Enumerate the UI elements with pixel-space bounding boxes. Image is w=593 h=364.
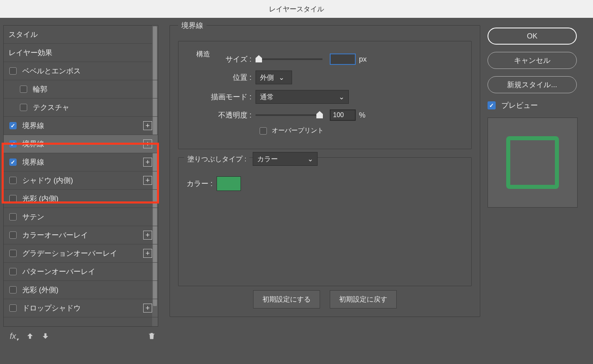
move-up-icon[interactable] xyxy=(26,332,34,342)
new-style-button[interactable]: 新規スタイル... xyxy=(488,76,577,93)
style-label: テクスチャ xyxy=(33,103,69,112)
move-down-icon[interactable] xyxy=(41,332,49,342)
style-checkbox[interactable] xyxy=(9,286,17,293)
add-instance-icon[interactable]: + xyxy=(143,139,152,148)
blend-mode-label: 描画モード : xyxy=(187,92,256,102)
reset-default-button[interactable]: 初期設定に戻す xyxy=(330,290,397,308)
style-item-5[interactable]: 境界線+ xyxy=(4,153,158,171)
style-checkbox[interactable] xyxy=(9,231,17,239)
preview-checkbox[interactable] xyxy=(488,101,496,109)
style-item-10[interactable]: グラデーションオーバーレイ+ xyxy=(4,244,158,263)
section-title: 境界線 xyxy=(178,21,206,30)
position-label: 位置 : xyxy=(187,73,256,82)
chevron-down-icon: ⌄ xyxy=(307,155,313,163)
opacity-label: 不透明度 : xyxy=(187,110,256,120)
style-label: 境界線 xyxy=(22,139,44,149)
add-instance-icon[interactable]: + xyxy=(143,231,152,240)
style-item-9[interactable]: カラーオーバーレイ+ xyxy=(4,226,158,244)
fill-type-dropdown[interactable]: カラー⌄ xyxy=(253,152,318,166)
structure-title: 構造 xyxy=(193,49,213,59)
opacity-slider[interactable] xyxy=(256,114,322,116)
style-label: サテン xyxy=(22,212,44,222)
fill-type-label: 塗りつぶしタイプ : xyxy=(184,154,249,164)
trash-icon[interactable] xyxy=(148,332,156,342)
make-default-button[interactable]: 初期設定にする xyxy=(253,290,320,308)
overprint-label: オーバープリント xyxy=(272,126,324,135)
style-item-12[interactable]: 光彩 (外側) xyxy=(4,281,158,299)
style-item-4[interactable]: 境界線+ xyxy=(4,135,158,153)
style-label: カラーオーバーレイ xyxy=(22,230,88,240)
preview-thumbnail xyxy=(488,118,578,208)
style-label: 境界線 xyxy=(22,121,44,131)
style-checkbox[interactable] xyxy=(9,213,17,221)
style-label: ドロップシャドウ xyxy=(22,303,81,313)
layer-effects-header[interactable]: レイヤー効果 xyxy=(4,44,158,62)
action-panel: OK キャンセル 新規スタイル... プレビュー xyxy=(488,25,593,364)
style-checkbox[interactable] xyxy=(9,67,17,75)
blend-mode-dropdown[interactable]: 通常⌄ xyxy=(256,90,349,104)
add-instance-icon[interactable]: + xyxy=(143,176,152,185)
overprint-checkbox[interactable] xyxy=(260,127,267,135)
style-item-11[interactable]: パターンオーバーレイ xyxy=(4,263,158,281)
style-label: ベベルとエンボス xyxy=(22,66,81,76)
style-checkbox[interactable] xyxy=(9,158,17,166)
add-instance-icon[interactable]: + xyxy=(143,249,152,258)
color-label: カラー : xyxy=(187,179,213,188)
chevron-down-icon: ⌄ xyxy=(279,73,284,82)
add-instance-icon[interactable]: + xyxy=(143,121,152,130)
size-unit: px xyxy=(359,55,367,64)
style-item-8[interactable]: サテン xyxy=(4,208,158,226)
style-checkbox[interactable] xyxy=(20,104,27,111)
style-label: 輪郭 xyxy=(33,84,47,94)
style-checkbox[interactable] xyxy=(20,86,27,93)
ok-button[interactable]: OK xyxy=(488,28,577,45)
window-title: レイヤースタイル xyxy=(0,0,593,18)
chevron-down-icon: ⌄ xyxy=(339,93,344,101)
color-swatch[interactable] xyxy=(217,176,241,191)
size-input[interactable] xyxy=(330,54,356,65)
style-checkbox[interactable] xyxy=(9,195,17,202)
opacity-unit: % xyxy=(359,111,365,120)
position-dropdown[interactable]: 外側⌄ xyxy=(256,71,292,84)
style-item-1[interactable]: 輪郭 xyxy=(4,80,158,98)
style-label: 境界線 xyxy=(22,157,44,167)
style-label: パターンオーバーレイ xyxy=(22,267,95,276)
styles-panel: スタイル レイヤー効果 ベベルとエンボス輪郭テクスチャ境界線+境界線+境界線+シ… xyxy=(0,25,162,364)
style-label: 光彩 (外側) xyxy=(22,285,58,295)
style-checkbox[interactable] xyxy=(9,122,17,129)
style-checkbox[interactable] xyxy=(9,250,17,257)
fx-menu[interactable]: fx▾ xyxy=(10,332,19,342)
size-slider[interactable] xyxy=(256,58,322,60)
style-item-13[interactable]: ドロップシャドウ+ xyxy=(4,299,158,317)
style-checkbox[interactable] xyxy=(9,304,17,312)
style-item-3[interactable]: 境界線+ xyxy=(4,117,158,135)
style-checkbox[interactable] xyxy=(9,268,17,275)
style-tools: fx▾ xyxy=(3,327,162,347)
styles-header[interactable]: スタイル xyxy=(4,26,158,44)
settings-panel: 境界線 構造 サイズ : px 位置 : 外側⌄ 描画モード : xyxy=(162,25,488,364)
style-label: 光彩 (内側) xyxy=(22,194,58,203)
cancel-button[interactable]: キャンセル xyxy=(488,52,577,69)
style-label: シャドウ (内側) xyxy=(22,176,73,185)
style-checkbox[interactable] xyxy=(9,140,17,148)
style-item-0[interactable]: ベベルとエンボス xyxy=(4,62,158,80)
style-checkbox[interactable] xyxy=(9,177,17,184)
style-item-7[interactable]: 光彩 (内側) xyxy=(4,190,158,208)
preview-label: プレビュー xyxy=(501,101,538,110)
add-instance-icon[interactable]: + xyxy=(143,304,152,313)
add-instance-icon[interactable]: + xyxy=(143,158,152,167)
style-label: グラデーションオーバーレイ xyxy=(22,248,117,258)
style-item-6[interactable]: シャドウ (内側)+ xyxy=(4,171,158,190)
style-item-2[interactable]: テクスチャ xyxy=(4,98,158,117)
opacity-input[interactable] xyxy=(330,109,356,121)
